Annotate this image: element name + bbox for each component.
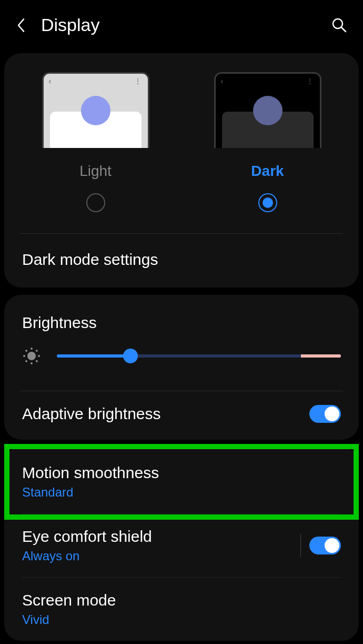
- adaptive-brightness-label: Adaptive brightness: [22, 405, 161, 423]
- theme-label-light: Light: [79, 163, 112, 180]
- brightness-card: Brightness Adaptive brightness: [4, 295, 359, 440]
- motion-smoothness-title: Motion smoothness: [22, 464, 341, 482]
- dark-mode-settings-label: Dark mode settings: [22, 251, 158, 268]
- theme-preview-light: ‹⋮: [42, 72, 149, 148]
- theme-label-dark: Dark: [251, 163, 284, 180]
- page-title: Display: [41, 15, 99, 35]
- search-icon[interactable]: [331, 17, 347, 33]
- screen-mode-title: Screen mode: [22, 591, 341, 609]
- display-settings-card: Motion smoothness Standard Eye comfort s…: [4, 447, 359, 641]
- eye-comfort-value: Always on: [22, 549, 300, 563]
- adaptive-brightness-row[interactable]: Adaptive brightness: [4, 391, 359, 440]
- eye-comfort-switch[interactable]: [309, 537, 341, 554]
- eye-comfort-title: Eye comfort shield: [22, 528, 300, 546]
- dark-mode-settings-row[interactable]: Dark mode settings: [4, 234, 359, 288]
- eye-comfort-row[interactable]: Eye comfort shield Always on: [4, 514, 359, 577]
- theme-radio-light[interactable]: [86, 193, 105, 212]
- motion-smoothness-value: Standard: [22, 485, 341, 500]
- brightness-title: Brightness: [22, 314, 341, 332]
- adaptive-brightness-switch[interactable]: [309, 405, 341, 423]
- svg-line-1: [341, 27, 346, 32]
- theme-option-light[interactable]: ‹⋮ Light: [9, 72, 182, 212]
- brightness-icon: [22, 346, 41, 365]
- theme-card: ‹⋮ Light ‹⋮ Dark Dark mode settings: [4, 53, 359, 288]
- theme-preview-dark: ‹⋮: [214, 72, 321, 148]
- motion-smoothness-row[interactable]: Motion smoothness Standard: [4, 450, 359, 513]
- brightness-slider[interactable]: [57, 348, 341, 364]
- theme-option-dark[interactable]: ‹⋮ Dark: [182, 72, 354, 212]
- screen-mode-value: Vivid: [22, 612, 341, 627]
- back-icon[interactable]: [16, 17, 26, 33]
- screen-mode-row[interactable]: Screen mode Vivid: [4, 578, 359, 641]
- theme-radio-dark[interactable]: [258, 193, 277, 212]
- header: Display: [0, 0, 363, 46]
